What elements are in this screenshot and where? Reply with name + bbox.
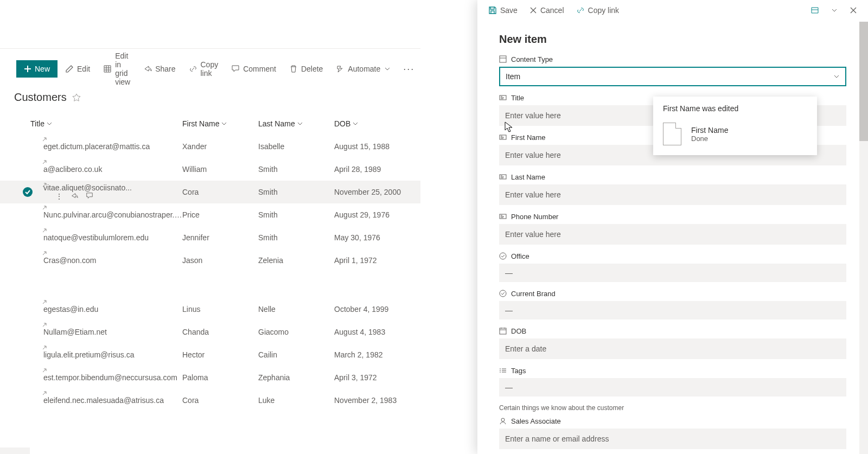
edit-grid-button[interactable]: Edit in grid view — [98, 48, 136, 89]
panel-save-button[interactable]: Save — [484, 3, 522, 18]
table-row[interactable]: est.tempor.bibendum@neccursusa.comPaloma… — [0, 366, 420, 389]
comment-icon — [231, 65, 240, 73]
col-title[interactable]: Title — [30, 119, 182, 128]
automate-button[interactable]: Automate — [330, 61, 395, 76]
row-title[interactable]: eget.dictum.placerat@mattis.ca — [30, 142, 182, 151]
panel-close-button[interactable] — [845, 3, 861, 17]
row-title[interactable]: egestas@in.edu — [30, 305, 182, 314]
text-icon — [499, 213, 507, 220]
toast-field-name: First Name — [691, 126, 728, 135]
text-icon — [499, 94, 507, 101]
table-row[interactable]: egestas@in.eduLinusNelleOctober 4, 1999 — [0, 298, 420, 321]
brand-input[interactable]: — — [499, 301, 846, 319]
table-row[interactable]: ligula.elit.pretium@risus.caHectorCailin… — [0, 343, 420, 366]
table-row[interactable]: vitae.aliquet@sociisnato...⋮CoraSmithNov… — [0, 181, 420, 203]
automate-label: Automate — [348, 65, 380, 73]
field-office: Office — — [499, 252, 846, 282]
link-indicator-icon — [42, 183, 47, 187]
panel-dropdown-button[interactable] — [827, 4, 842, 17]
automate-icon — [336, 65, 344, 73]
delete-button[interactable]: Delete — [284, 61, 328, 76]
new-button[interactable]: New — [16, 60, 58, 78]
scroll-thumb[interactable] — [859, 22, 868, 141]
office-label: Office — [511, 252, 529, 260]
dob-input[interactable] — [499, 338, 846, 359]
panel-save-label: Save — [500, 6, 518, 15]
table-row[interactable]: Nullam@Etiam.netChandaGiacomoAugust 4, 1… — [0, 321, 420, 343]
last-name-label: Last Name — [511, 173, 545, 181]
table-row[interactable]: Cras@non.comJasonZeleniaApril 1, 1972 — [0, 249, 420, 272]
row-title[interactable]: Cras@non.com — [30, 256, 182, 265]
office-input[interactable]: — — [499, 264, 846, 282]
row-title[interactable]: est.tempor.bibendum@neccursusa.com — [30, 373, 182, 382]
row-dob: March 2, 1982 — [334, 350, 421, 359]
row-title[interactable]: natoque@vestibulumlorem.edu — [30, 233, 182, 242]
row-share-icon[interactable] — [71, 192, 78, 201]
row-first-name: Cora — [182, 396, 258, 405]
row-first-name: Chanda — [182, 328, 258, 336]
favorite-star-icon[interactable] — [72, 93, 81, 102]
table-row[interactable]: Nunc.pulvinar.arcu@conubianostraper.eduP… — [0, 203, 420, 226]
row-last-name: Nelle — [258, 305, 334, 314]
row-title[interactable]: Nunc.pulvinar.arcu@conubianostraper.edu — [30, 210, 182, 219]
row-more-icon[interactable]: ⋮ — [55, 192, 63, 201]
sales-associate-input[interactable] — [499, 429, 846, 449]
chevron-down-icon — [833, 73, 840, 80]
field-content-type: Content Type Item — [499, 55, 846, 86]
person-icon — [499, 417, 507, 425]
row-title[interactable]: eleifend.nec.malesuada@atrisus.ca — [30, 396, 182, 405]
panel-copy-link-button[interactable]: Copy link — [572, 3, 624, 18]
col-first-name[interactable]: First Name — [182, 119, 258, 128]
top-blank-bar — [0, 0, 420, 49]
comment-label: Comment — [243, 65, 276, 73]
row-title[interactable]: ligula.elit.pretium@risus.ca — [30, 350, 182, 359]
brand-label: Current Brand — [511, 290, 556, 298]
svg-rect-0 — [500, 56, 506, 62]
tags-input[interactable]: — — [499, 378, 846, 397]
col-last-name[interactable]: Last Name — [258, 119, 334, 128]
panel-edit-form-button[interactable] — [806, 3, 824, 18]
form-icon — [810, 6, 819, 15]
more-actions-button[interactable]: ··· — [398, 60, 420, 78]
row-dob: August 15, 1988 — [334, 142, 421, 151]
row-last-name: Zelenia — [258, 256, 334, 265]
row-last-name: Smith — [258, 210, 334, 219]
field-phone: Phone Number — [499, 213, 846, 245]
choice-icon — [499, 252, 507, 260]
table-row[interactable]: eget.dictum.placerat@mattis.caXanderIsab… — [0, 135, 420, 158]
panel-title: New item — [499, 33, 846, 46]
comment-button[interactable]: Comment — [226, 61, 282, 76]
table-row[interactable]: natoque@vestibulumlorem.eduJenniferSmith… — [0, 226, 420, 249]
tags-icon — [499, 367, 507, 374]
last-name-input[interactable] — [499, 184, 846, 205]
row-dob: November 25, 2000 — [334, 188, 421, 196]
dob-label: DOB — [511, 327, 526, 335]
row-comment-icon[interactable] — [86, 192, 93, 201]
share-button[interactable]: Share — [138, 61, 181, 76]
row-title[interactable]: vitae.aliquet@sociisnato...⋮ — [30, 183, 182, 201]
panel-scrollbar[interactable] — [859, 22, 868, 454]
horizontal-scrollbar[interactable] — [0, 447, 30, 454]
panel-cancel-button[interactable]: Cancel — [525, 3, 569, 18]
list-header: Customers — [0, 89, 420, 112]
field-tags: Tags — — [499, 367, 846, 397]
panel-cancel-label: Cancel — [540, 6, 564, 15]
link-indicator-icon — [42, 251, 47, 255]
col-dob[interactable]: DOB — [334, 119, 421, 128]
edit-label: Edit — [77, 65, 90, 73]
row-title[interactable]: a@aclibero.co.uk — [30, 165, 182, 174]
content-type-value: Item — [506, 72, 520, 81]
main-list-area: New Edit Edit in grid view Share Copy li… — [0, 0, 420, 454]
pencil-icon — [65, 65, 74, 73]
phone-input[interactable] — [499, 224, 846, 245]
row-last-name: Giacomo — [258, 328, 334, 336]
link-indicator-icon — [42, 206, 47, 210]
row-title[interactable]: Nullam@Etiam.net — [30, 328, 182, 336]
table-row[interactable]: eleifend.nec.malesuada@atrisus.caCoraLuk… — [0, 389, 420, 412]
svg-rect-7 — [500, 328, 506, 334]
edit-button[interactable]: Edit — [60, 61, 95, 76]
content-type-select[interactable]: Item — [499, 67, 846, 86]
table-row[interactable]: a@aclibero.co.ukWilliamSmithApril 28, 19… — [0, 158, 420, 181]
customers-table: Title First Name Last Name DOB eget.dict… — [0, 112, 420, 412]
copy-link-button[interactable]: Copy link — [183, 57, 224, 81]
